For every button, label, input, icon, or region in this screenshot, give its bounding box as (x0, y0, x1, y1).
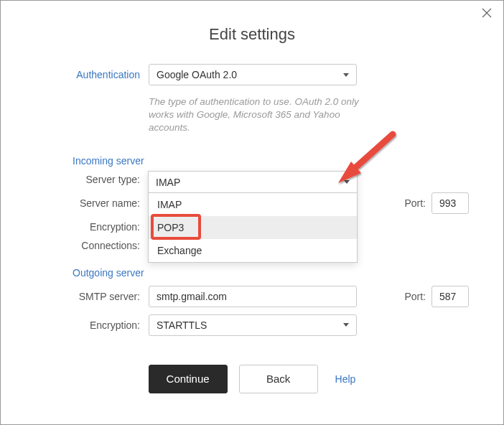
outgoing-encryption-row: Encryption: STARTTLS (35, 314, 469, 336)
server-type-select[interactable]: IMAP (149, 172, 357, 193)
smtp-input[interactable] (149, 286, 357, 307)
auth-helper-row: The type of authentication to use. OAuth… (35, 93, 469, 148)
server-type-label: Server type: (35, 174, 149, 185)
connections-label: Connections: (35, 240, 149, 251)
outgoing-encryption-label: Encryption: (35, 319, 149, 331)
server-type-selected: IMAP (156, 177, 180, 188)
server-type-option-imap[interactable]: IMAP (149, 193, 357, 216)
auth-row: Authentication Google OAuth 2.0 (35, 64, 469, 85)
back-button[interactable]: Back (239, 365, 318, 393)
server-type-option-exchange[interactable]: Exchange (149, 239, 357, 262)
chevron-down-icon (344, 180, 350, 184)
auth-selected: Google OAuth 2.0 (157, 69, 343, 80)
page-title: Edit settings (1, 25, 503, 44)
help-link[interactable]: Help (335, 373, 356, 385)
auth-helper: The type of authentication to use. OAuth… (149, 95, 364, 135)
auth-label: Authentication (35, 69, 149, 80)
chevron-down-icon (343, 323, 349, 327)
smtp-label: SMTP server: (35, 291, 149, 302)
incoming-encryption-label: Encryption: (35, 221, 149, 233)
incoming-port-input[interactable] (431, 192, 469, 214)
outgoing-section-label: Outgoing server (73, 267, 469, 279)
server-type-options: IMAP POP3 Exchange (149, 193, 357, 262)
outgoing-port-label: Port: (404, 291, 426, 302)
close-icon[interactable] (482, 8, 492, 18)
auth-select[interactable]: Google OAuth 2.0 (149, 64, 357, 85)
smtp-row: SMTP server: Port: (35, 286, 469, 307)
chevron-down-icon (343, 73, 349, 77)
incoming-section-label: Incoming server (73, 155, 469, 167)
outgoing-port-input[interactable] (431, 286, 469, 307)
dialog-window: Edit settings Authentication Google OAut… (0, 0, 504, 425)
incoming-port-label: Port: (404, 197, 426, 209)
continue-button[interactable]: Continue (149, 365, 228, 393)
server-type-dropdown: IMAP IMAP POP3 Exchange (148, 171, 358, 263)
button-bar: Continue Back Help (35, 365, 469, 393)
outgoing-encryption-select[interactable]: STARTTLS (149, 314, 357, 336)
server-type-option-pop3[interactable]: POP3 (149, 216, 357, 239)
server-name-label: Server name: (35, 197, 149, 209)
outgoing-encryption-selected: STARTTLS (157, 319, 343, 331)
